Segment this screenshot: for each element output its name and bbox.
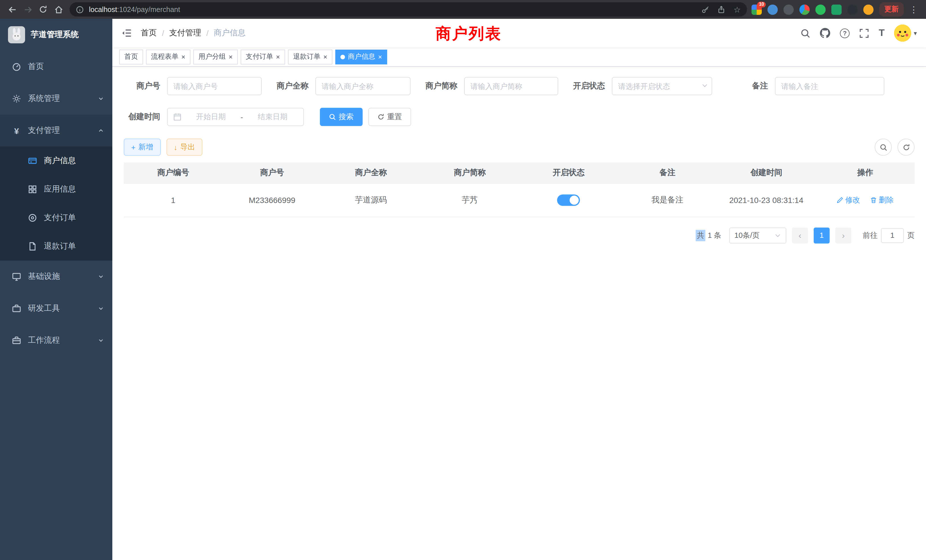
extension-icon[interactable] [799, 4, 809, 15]
remark-input[interactable] [775, 77, 884, 95]
sidebar-item-workflow[interactable]: 工作流程 [0, 324, 112, 356]
short-name-label: 商户简称 [421, 81, 457, 91]
sidebar-item-refund-order[interactable]: 退款订单 [0, 232, 112, 260]
edit-link[interactable]: 修改 [837, 195, 860, 205]
col-header: 商户简称 [420, 162, 519, 183]
breadcrumb-item[interactable]: 支付管理 [169, 28, 201, 38]
next-page-button[interactable]: › [835, 227, 851, 243]
tab-pay-order[interactable]: 支付订单 × [241, 49, 285, 64]
short-name-input[interactable] [464, 77, 558, 95]
top-navbar: 首页 / 支付管理 / 商户信息 商户列表 ? [112, 19, 926, 47]
fullscreen-icon[interactable] [859, 28, 869, 38]
tab-user-group[interactable]: 用户分组 × [193, 49, 238, 64]
cell-created-at: 2021-10-23 08:31:14 [717, 183, 816, 217]
close-icon[interactable]: × [228, 53, 233, 60]
tab-home[interactable]: 首页 [119, 49, 143, 64]
extension-icon[interactable] [767, 4, 778, 15]
sidebar-item-merchant-info[interactable]: 商户信息 [0, 147, 112, 175]
col-header: 商户全称 [322, 162, 421, 183]
close-icon[interactable]: × [181, 53, 185, 60]
pagination-total-rest: 1 条 [708, 230, 721, 241]
tab-process-form[interactable]: 流程表单 × [146, 49, 191, 64]
full-name-input[interactable] [315, 77, 410, 95]
sidebar-item-label: 应用信息 [44, 184, 76, 194]
tags-view: 首页 流程表单 × 用户分组 × 支付订单 × 退款订单 × [112, 47, 926, 67]
browser-update-button[interactable]: 更新 [879, 2, 904, 17]
user-menu[interactable]: ▾ [894, 24, 917, 42]
sidebar-item-app-info[interactable]: 应用信息 [0, 175, 112, 204]
sidebar-logo[interactable]: 芋道管理系统 [0, 19, 112, 51]
extension-icon[interactable] [863, 4, 873, 15]
search-button[interactable]: 搜索 [320, 108, 363, 126]
add-button[interactable]: + 新增 [124, 139, 160, 156]
logo-avatar [8, 26, 25, 43]
address-bar[interactable]: localhost:1024/pay/merchant ☆ [70, 2, 747, 17]
breadcrumb-item[interactable]: 首页 [141, 28, 157, 38]
sidebar-item-infra[interactable]: 基础设施 [0, 260, 112, 292]
tab-refund-order[interactable]: 退款订单 × [288, 49, 333, 64]
export-button[interactable]: ↓ 导出 [166, 139, 203, 156]
close-icon[interactable]: × [378, 53, 382, 60]
prev-page-button[interactable]: ‹ [792, 227, 808, 243]
forward-icon[interactable] [20, 2, 35, 17]
merchant-no-input[interactable] [167, 77, 262, 95]
reload-icon[interactable] [35, 2, 51, 17]
sidebar-item-label: 支付管理 [28, 126, 60, 136]
github-icon[interactable] [820, 28, 830, 38]
pay-submenu: 商户信息 应用信息 支付订单 [0, 147, 112, 260]
back-icon[interactable] [5, 2, 20, 17]
font-size-icon[interactable]: T [879, 27, 885, 39]
cell-remark: 我是备注 [618, 183, 717, 217]
extension-icon[interactable]: 10 [752, 4, 762, 15]
help-icon[interactable]: ? [840, 28, 850, 38]
site-info-icon[interactable] [76, 5, 84, 14]
status-toggle[interactable] [557, 194, 580, 206]
create-time-range-picker[interactable]: 开始日期 - 结束日期 [167, 108, 304, 126]
grid-icon [27, 185, 38, 194]
table-row: 1 M233666999 芋道源码 芋艿 我是备注 2021-10-23 08:… [124, 183, 915, 217]
sidebar-item-pay-order[interactable]: 支付订单 [0, 204, 112, 232]
reset-button[interactable]: 重置 [368, 108, 411, 126]
sidebar-collapse-icon[interactable] [121, 28, 132, 38]
sidebar-item-system[interactable]: 系统管理 [0, 83, 112, 115]
chevron-up-icon [97, 127, 104, 134]
delete-link[interactable]: 删除 [870, 195, 894, 205]
breadcrumb-item-current: 商户信息 [214, 28, 246, 38]
briefcase-icon [11, 336, 22, 345]
credit-card-icon [27, 156, 38, 165]
close-icon[interactable]: × [276, 53, 280, 60]
password-key-icon[interactable] [702, 5, 710, 14]
sidebar-item-label: 系统管理 [28, 94, 60, 104]
refresh-button[interactable] [897, 139, 915, 156]
user-avatar [894, 24, 911, 42]
extension-icon[interactable] [847, 4, 858, 15]
sidebar-item-label: 支付订单 [44, 213, 76, 223]
export-button-label: 导出 [180, 142, 195, 152]
sidebar-item-pay[interactable]: ¥ 支付管理 [0, 115, 112, 147]
status-select[interactable] [612, 77, 712, 95]
col-header: 备注 [618, 162, 717, 183]
home-icon[interactable] [51, 2, 66, 17]
share-icon[interactable] [717, 5, 726, 14]
tab-merchant-info[interactable]: 商户信息 × [335, 49, 387, 64]
close-icon[interactable]: × [323, 53, 327, 60]
search-icon[interactable] [800, 28, 810, 38]
browser-menu-icon[interactable]: ⋮ [906, 2, 921, 17]
extension-icon[interactable] [831, 4, 841, 15]
table-header-row: 商户编号 商户号 商户全称 商户简称 开启状态 备注 创建时间 操作 [124, 162, 915, 183]
goto-page-input[interactable] [881, 228, 904, 243]
page-size-select[interactable]: 10条/页 [729, 227, 786, 243]
tab-label: 商户信息 [348, 52, 375, 62]
sidebar-item-label: 商户信息 [44, 156, 76, 166]
goto-label: 前往 [863, 230, 878, 241]
sidebar-item-home[interactable]: 首页 [0, 51, 112, 83]
bookmark-star-icon[interactable]: ☆ [734, 5, 741, 14]
search-button-label: 搜索 [339, 112, 354, 122]
chevron-down-icon [97, 337, 104, 344]
toggle-search-button[interactable] [875, 139, 892, 156]
extension-icon[interactable] [816, 4, 826, 15]
extension-icon[interactable] [784, 4, 794, 15]
calendar-icon [173, 113, 181, 121]
current-page-button[interactable]: 1 [814, 227, 830, 243]
sidebar-item-devtools[interactable]: 研发工具 [0, 292, 112, 324]
